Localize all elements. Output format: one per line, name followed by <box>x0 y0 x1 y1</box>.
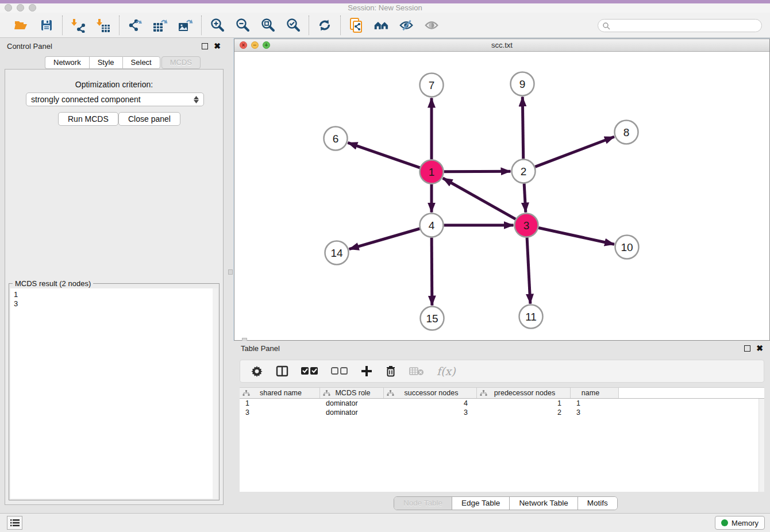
search-field[interactable] <box>598 19 762 32</box>
function-builder-icon[interactable]: f(x) <box>437 365 456 377</box>
tab-motifs[interactable]: Motifs <box>578 497 617 510</box>
task-history-button[interactable] <box>7 516 22 530</box>
svg-text:10: 10 <box>621 241 633 253</box>
add-column-icon[interactable] <box>361 365 372 377</box>
tab-select[interactable]: Select <box>122 56 160 69</box>
graph-edge-2-9[interactable] <box>522 97 523 159</box>
memory-button[interactable]: Memory <box>715 516 765 530</box>
graph-node-3[interactable]: 3 <box>515 214 538 237</box>
zoom-selected-icon[interactable] <box>285 17 301 33</box>
node-table[interactable]: shared name MCDS role successor nodes pr… <box>240 387 764 492</box>
svg-text:8: 8 <box>623 126 630 138</box>
save-session-icon[interactable] <box>38 17 55 33</box>
graph-node-6[interactable]: 6 <box>324 127 348 151</box>
delete-column-icon[interactable] <box>385 365 396 377</box>
selected-option: strongly connected component <box>31 95 141 104</box>
tab-mcds[interactable]: MCDS <box>161 56 201 69</box>
svg-text:1: 1 <box>429 166 435 178</box>
table-settings-icon[interactable] <box>251 365 263 377</box>
open-session-icon[interactable] <box>13 17 29 33</box>
hide-selected-icon[interactable] <box>399 17 415 33</box>
tab-network[interactable]: Network <box>45 56 89 69</box>
svg-text:11: 11 <box>525 311 537 323</box>
float-panel-icon[interactable] <box>202 43 208 49</box>
select-all-icon[interactable] <box>301 367 318 376</box>
column-header-shared-name[interactable]: shared name <box>240 388 320 398</box>
table-scrollbar[interactable] <box>759 399 764 492</box>
graph-node-9[interactable]: 9 <box>511 72 534 96</box>
table-header-row: shared name MCDS role successor nodes pr… <box>240 388 764 399</box>
tab-edge-table[interactable]: Edge Table <box>452 497 510 510</box>
export-table-icon[interactable] <box>152 17 168 33</box>
column-header-predecessor-nodes[interactable]: predecessor nodes <box>477 388 571 398</box>
search-input[interactable] <box>610 22 761 30</box>
tab-network-table[interactable]: Network Table <box>510 497 578 510</box>
network-canvas[interactable]: 7968124314101511 <box>234 52 769 340</box>
export-network-icon[interactable] <box>127 17 143 33</box>
float-table-panel-icon[interactable] <box>744 345 750 352</box>
optimization-criterion-select[interactable]: strongly connected component <box>26 92 204 106</box>
network-window-title: scc.txt <box>234 39 769 51</box>
export-image-icon[interactable] <box>178 17 194 33</box>
svg-text:9: 9 <box>519 78 526 90</box>
import-network-icon[interactable] <box>70 17 86 33</box>
graph-node-4[interactable]: 4 <box>420 214 444 237</box>
tab-style[interactable]: Style <box>89 56 122 69</box>
graph-edge-3-11[interactable] <box>527 237 530 303</box>
main-toolbar <box>0 13 770 38</box>
close-panel-icon[interactable]: ✖ <box>214 43 221 49</box>
graph-edge-4-15[interactable] <box>432 237 432 305</box>
zoom-out-icon[interactable] <box>234 17 251 33</box>
graph-edge-1-6[interactable] <box>348 142 419 168</box>
memory-label: Memory <box>732 519 759 527</box>
close-table-panel-icon[interactable]: ✖ <box>756 345 763 352</box>
graph-edge-4-14[interactable] <box>349 229 420 249</box>
vertical-splitter-grip[interactable] <box>228 269 233 275</box>
import-table-icon[interactable] <box>95 17 111 33</box>
hierarchy-icon <box>480 390 487 396</box>
show-all-icon[interactable] <box>424 17 440 33</box>
column-header-mcds-role[interactable]: MCDS role <box>320 388 384 398</box>
control-panel-title: Control Panel <box>7 42 52 51</box>
zoom-in-icon[interactable] <box>209 17 225 33</box>
deselect-all-icon[interactable] <box>331 367 348 376</box>
graph-node-7[interactable]: 7 <box>420 74 444 97</box>
tab-node-table[interactable]: Node Table <box>394 497 452 510</box>
graph-node-14[interactable]: 14 <box>325 241 349 265</box>
svg-text:2: 2 <box>521 165 527 178</box>
hierarchy-icon <box>242 390 250 396</box>
hierarchy-icon <box>323 390 330 396</box>
graph-node-2[interactable]: 2 <box>512 160 536 183</box>
first-neighbors-icon[interactable] <box>374 17 390 33</box>
search-icon <box>602 22 610 30</box>
column-layout-icon[interactable] <box>276 365 288 377</box>
zoom-fit-icon[interactable] <box>260 17 276 33</box>
graph-edge-3-10[interactable] <box>538 228 614 245</box>
graph-node-15[interactable]: 15 <box>421 307 444 330</box>
graph-edge-3-1[interactable] <box>443 178 516 219</box>
close-panel-button[interactable]: Close panel <box>118 112 180 126</box>
table-row[interactable]: 3 dominator 3 2 3 <box>240 408 764 417</box>
graph-node-11[interactable]: 11 <box>519 305 543 329</box>
network-window-titlebar[interactable]: × − + scc.txt <box>234 39 769 52</box>
mcds-result-list[interactable]: 1 3 <box>10 288 218 499</box>
graph-edge-1-2[interactable] <box>444 171 510 172</box>
graph-node-10[interactable]: 10 <box>615 236 639 259</box>
duplicate-network-icon[interactable] <box>348 17 364 33</box>
svg-text:3: 3 <box>523 219 530 232</box>
result-scrollbar[interactable] <box>213 288 218 499</box>
refresh-icon[interactable] <box>317 17 333 33</box>
column-header-name[interactable]: name <box>571 388 619 398</box>
delete-table-icon[interactable] <box>409 366 424 376</box>
svg-text:15: 15 <box>426 313 438 325</box>
table-row[interactable]: 1 dominator 4 1 1 <box>240 399 764 408</box>
graph-edge-2-8[interactable] <box>535 137 614 167</box>
svg-text:7: 7 <box>429 79 435 91</box>
column-header-successor-nodes[interactable]: successor nodes <box>384 388 477 398</box>
graph-node-1[interactable]: 1 <box>420 160 444 184</box>
mcds-panel: Optimization criterion: strongly connect… <box>5 69 224 505</box>
run-mcds-button[interactable]: Run MCDS <box>58 112 118 126</box>
graph-edge-2-3[interactable] <box>524 183 526 212</box>
table-tabs: Node Table Edge Table Network Table Moti… <box>394 496 618 510</box>
graph-node-8[interactable]: 8 <box>615 121 638 144</box>
